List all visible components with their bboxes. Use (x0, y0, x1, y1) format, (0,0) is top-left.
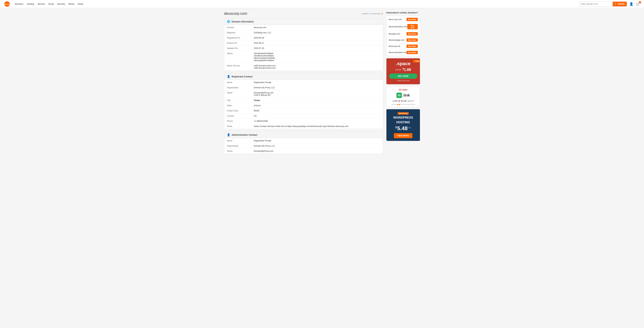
suggestion-domain-4: deuscorp.net (388, 45, 400, 47)
main-nav: Domains Hosting Servers Email Security W… (15, 3, 579, 5)
reg-city-value: Tempe (254, 99, 380, 101)
nav-servers[interactable]: Servers (38, 3, 45, 5)
registrant-title: Registrant Contact (232, 75, 252, 78)
admin-org-label: Organization: (227, 145, 254, 147)
reg-city-row: City: Tempe (224, 98, 383, 103)
dot-7[interactable] (403, 104, 404, 105)
nav-deals[interactable]: Deals (78, 3, 83, 5)
expires-on-label: Expires On: (227, 42, 254, 44)
domain-info-section: 🌐 Domain Information Domain: deuscorp.co… (224, 18, 383, 71)
reg-postal-label: Postal Code: (227, 110, 254, 112)
reg-name-label: Name: (227, 81, 254, 84)
dot-9[interactable] (406, 104, 408, 105)
dot-11[interactable] (410, 104, 411, 105)
buy-now-btn-3[interactable]: Buy Now (406, 38, 418, 42)
page-title-row: deuscorp.com Updated 1 second ago ⟳ (224, 11, 383, 16)
reg-street-row: Street: DomainsByProxy.com 2155 E Warner… (224, 90, 383, 98)
reg-country-label: Country: (227, 115, 254, 117)
reg-city-label: City: (227, 99, 254, 101)
search-bar: 🔍 WHOIS (579, 1, 627, 6)
dot-5[interactable] (399, 104, 400, 105)
sale-note: *while stocks last (389, 80, 417, 82)
dot-12[interactable] (412, 104, 413, 105)
registrant-icon: 👤 (227, 75, 230, 78)
reg-street-label: Street: (227, 92, 254, 96)
space-buy-now-button[interactable]: BUY NOW (389, 73, 417, 79)
refresh-icon[interactable]: ⟳ (381, 12, 383, 15)
admin-section: 👤 Administrative Contact Name: Registrat… (224, 131, 383, 154)
on-sale-price-label: .LINK @ $3.88 (392, 100, 406, 102)
view-more-button[interactable]: VIEW MORE (394, 133, 412, 138)
updated-on-row: Updated On: 2023-07-19 (224, 46, 383, 51)
domain-info-header: 🌐 Domain Information (224, 18, 383, 25)
logo[interactable]: Whois (4, 1, 11, 7)
page-title: deuscorp.com (224, 11, 247, 16)
admin-name-value: Registration Private (254, 140, 380, 142)
dot-3[interactable] (395, 104, 396, 105)
nav-email[interactable]: Email (48, 3, 54, 5)
registrant-header: 👤 Registrant Contact (224, 73, 383, 80)
search-input[interactable] (579, 2, 613, 6)
wp-price-row: $ 5.48 /mo (389, 125, 417, 131)
buy-now-btn-2[interactable]: Buy Now (406, 32, 418, 35)
nav-whois[interactable]: Whois (68, 3, 74, 5)
suggestion-domain-2: deusgrp.com (388, 33, 400, 35)
search-btn-label: WHOIS (618, 3, 625, 5)
suggestion-domain-5: deuscorporation.net (388, 51, 406, 54)
updated-on-value: 2023-07-19 (254, 47, 380, 49)
link-on-sale-banner: On Sale! .link .LINK @ $3.88 $12.77 (386, 86, 420, 107)
buy-now-btn-4[interactable]: Buy Now (406, 44, 418, 48)
dot-13[interactable] (414, 104, 415, 105)
reg-org-row: Organization: Domains By Proxy, LLC (224, 85, 383, 90)
main-content: deuscorp.com Updated 1 second ago ⟳ 🌐 Do… (224, 11, 383, 156)
reg-phone-value: +1.4806242599 (254, 120, 380, 122)
suggestion-domain-3: deuscorpapp.com (388, 39, 404, 41)
link-text: .link (402, 93, 410, 97)
admin-street-label: Street: (227, 150, 254, 152)
dot-1[interactable] (392, 104, 393, 105)
registrar-row: Registrar: GoDaddy.com, LLC (224, 30, 383, 35)
nav-domains[interactable]: Domains (15, 3, 23, 5)
on-sale-title: On Sale! (388, 88, 418, 91)
reg-state-label: State: (227, 104, 254, 107)
cart-icon-wrapper[interactable]: 🛒 0 (636, 2, 640, 6)
registrar-value: GoDaddy.com, LLC (254, 31, 380, 34)
dot-10[interactable] (408, 104, 410, 105)
domain-info-table: Domain: deuscorp.com Registrar: GoDaddy.… (224, 25, 383, 70)
reg-email-row: Email: Select Contact Domain Holder link… (224, 124, 383, 129)
status-label: Status: (227, 52, 254, 62)
registered-on-label: Registered On: (227, 37, 254, 39)
buy-now-btn-0[interactable]: Buy Now (406, 18, 418, 21)
admin-org-row: Organization: Domains By Proxy, LLC (224, 143, 383, 149)
user-icon[interactable]: 👤 (629, 2, 634, 6)
sale-old-price: 29.88 (395, 68, 401, 71)
expires-on-row: Expires On: 2024-06-27 (224, 40, 383, 46)
reg-org-value: Domains By Proxy, LLC (254, 86, 380, 89)
buy-now-btn-5[interactable]: Buy Now (406, 51, 418, 54)
header-icons: 👤 🛒 0 (629, 2, 640, 6)
dot-8[interactable] (404, 104, 406, 105)
suggestion-0: deus-corp.com Buy Now (388, 18, 418, 23)
suggestion-1: deuscorporation.com Buy Now (388, 24, 418, 31)
wp-hosting-banner: Introducing WORDPRESS HOSTING $ 5.48 /mo… (386, 109, 420, 141)
reg-state-value: Arizona (254, 104, 380, 107)
status-value: clientDeleteProhibited clientRenewProhib… (254, 52, 380, 62)
nav-hosting[interactable]: Hosting (27, 3, 34, 5)
admin-name-label: Name: (227, 140, 254, 142)
cart-badge: 0 (639, 1, 641, 3)
dot-2[interactable] (394, 104, 394, 105)
sale-currency: $ (402, 67, 404, 70)
buy-now-btn-1[interactable]: Buy Now (407, 24, 418, 29)
search-button[interactable]: 🔍 WHOIS (613, 2, 627, 6)
introducing-tag: Introducing (398, 112, 409, 115)
admin-title: Administrative Contact (232, 133, 257, 136)
dot-6[interactable] (401, 104, 402, 105)
reg-phone-row: Phone: +1.4806242599 (224, 119, 383, 124)
admin-header: 👤 Administrative Contact (224, 131, 383, 138)
sale-new-price: $1.88 (402, 67, 411, 72)
reg-phone-label: Phone: (227, 120, 254, 122)
nav-security[interactable]: Security (57, 3, 65, 5)
status-row: Status: clientDeleteProhibited clientRen… (224, 51, 383, 63)
reg-country-value: US (254, 115, 380, 117)
dot-4[interactable] (397, 104, 398, 105)
